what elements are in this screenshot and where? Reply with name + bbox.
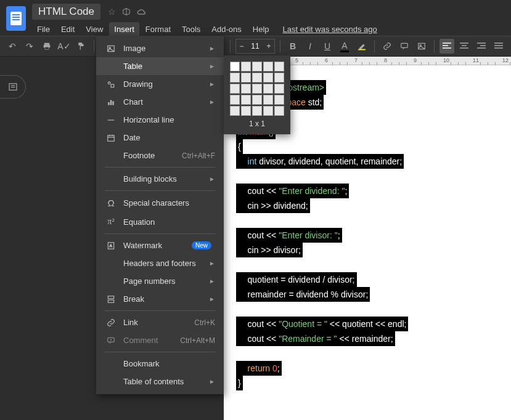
table-cell[interactable] bbox=[230, 84, 240, 94]
svg-rect-27 bbox=[108, 102, 109, 105]
insert-watermark[interactable]: AWatermarkNew bbox=[96, 236, 224, 254]
insert-footnote[interactable]: FootnoteCtrl+Alt+F bbox=[96, 147, 224, 164]
align-center-button[interactable] bbox=[457, 39, 472, 54]
table-cell[interactable] bbox=[263, 84, 273, 94]
chevron-right-icon: ► bbox=[209, 63, 215, 70]
align-right-button[interactable] bbox=[474, 39, 489, 54]
spellcheck-button[interactable]: A✓ bbox=[57, 39, 72, 54]
highlight-button[interactable] bbox=[354, 39, 369, 54]
table-cell[interactable] bbox=[263, 106, 273, 116]
font-size-decrease[interactable]: − bbox=[236, 39, 247, 53]
svg-text:A: A bbox=[110, 244, 112, 248]
table-cell[interactable] bbox=[274, 84, 284, 94]
insert-link[interactable]: LinkCtrl+K bbox=[96, 313, 224, 331]
table-cell[interactable] bbox=[241, 95, 251, 105]
insert-table[interactable]: Table► bbox=[96, 57, 224, 75]
toolbar: ↶ ↷ A✓ er ▾ − 11 + B I U A bbox=[0, 36, 511, 57]
table-cell[interactable] bbox=[241, 106, 251, 116]
font-size-value[interactable]: 11 bbox=[247, 42, 263, 50]
print-button[interactable] bbox=[39, 39, 54, 54]
chevron-right-icon: ► bbox=[209, 378, 215, 385]
image-icon bbox=[105, 44, 117, 53]
cloud-icon[interactable] bbox=[137, 8, 147, 15]
svg-rect-37 bbox=[108, 296, 113, 298]
table-size-picker: 1 x 1 bbox=[224, 55, 290, 134]
insert-bookmark[interactable]: Bookmark bbox=[96, 355, 224, 373]
svg-rect-26 bbox=[111, 84, 114, 87]
menu-edit[interactable]: Edit bbox=[56, 22, 80, 36]
chevron-right-icon: ► bbox=[209, 260, 215, 267]
table-cell[interactable] bbox=[241, 62, 251, 71]
table-cell[interactable] bbox=[274, 62, 284, 71]
svg-rect-31 bbox=[108, 135, 115, 140]
text-color-button[interactable]: A bbox=[337, 39, 352, 54]
redo-button[interactable]: ↷ bbox=[22, 39, 37, 54]
table-cell[interactable] bbox=[230, 73, 240, 83]
menu-tools[interactable]: Tools bbox=[177, 22, 205, 36]
font-size-increase[interactable]: + bbox=[263, 39, 274, 53]
menu-add-ons[interactable]: Add-ons bbox=[206, 22, 246, 36]
move-icon[interactable] bbox=[122, 7, 131, 16]
table-cell[interactable] bbox=[263, 62, 273, 71]
table-cell[interactable] bbox=[230, 62, 240, 71]
table-cell[interactable] bbox=[274, 73, 284, 83]
svg-rect-29 bbox=[112, 101, 113, 105]
comment-icon bbox=[105, 336, 117, 345]
insert-date[interactable]: Date bbox=[96, 129, 224, 147]
chart-icon bbox=[105, 98, 117, 107]
font-size-control: − 11 + bbox=[235, 39, 275, 54]
table-cell[interactable] bbox=[230, 95, 240, 105]
insert-headers-and-footers[interactable]: Headers and footers► bbox=[96, 254, 224, 272]
chevron-right-icon: ► bbox=[209, 278, 215, 285]
menu-format[interactable]: Format bbox=[141, 22, 176, 36]
insert-break[interactable]: Break► bbox=[96, 290, 224, 308]
last-edit-link[interactable]: Last edit was seconds ago bbox=[283, 25, 377, 34]
outline-toggle[interactable] bbox=[0, 75, 26, 99]
table-cell[interactable] bbox=[252, 106, 262, 116]
table-cell[interactable] bbox=[274, 95, 284, 105]
table-cell[interactable] bbox=[252, 62, 262, 71]
table-cell[interactable] bbox=[252, 84, 262, 94]
insert-drawing[interactable]: Drawing► bbox=[96, 75, 224, 93]
underline-button[interactable]: U bbox=[320, 39, 335, 54]
insert-image[interactable]: Image► bbox=[96, 39, 224, 57]
insert-link-button[interactable] bbox=[380, 39, 394, 54]
docs-logo[interactable] bbox=[6, 6, 26, 31]
menu-view[interactable]: View bbox=[81, 22, 108, 36]
align-justify-button[interactable] bbox=[491, 39, 506, 54]
table-cell[interactable] bbox=[230, 106, 240, 116]
insert-table-of-contents[interactable]: Table of contents► bbox=[96, 373, 224, 390]
bold-button[interactable]: B bbox=[285, 39, 300, 54]
table-cell[interactable] bbox=[241, 73, 251, 83]
star-icon[interactable]: ☆ bbox=[108, 7, 116, 17]
date-icon bbox=[105, 134, 117, 142]
align-left-button[interactable] bbox=[439, 39, 454, 54]
table-cell[interactable] bbox=[263, 73, 273, 83]
insert-special-characters[interactable]: ΩSpecial characters bbox=[96, 193, 224, 212]
paint-format-button[interactable] bbox=[74, 39, 89, 54]
menu-help[interactable]: Help bbox=[248, 22, 274, 36]
table-cell[interactable] bbox=[241, 84, 251, 94]
table-cell[interactable] bbox=[274, 106, 284, 116]
undo-button[interactable]: ↶ bbox=[5, 39, 20, 54]
menu-insert[interactable]: Insert bbox=[109, 22, 139, 36]
table-cell[interactable] bbox=[252, 95, 262, 105]
insert-building-blocks[interactable]: Building blocks► bbox=[96, 170, 224, 188]
insert-chart[interactable]: Chart► bbox=[96, 93, 224, 111]
menu-file[interactable]: File bbox=[32, 22, 55, 36]
table-cell[interactable] bbox=[252, 73, 262, 83]
svg-rect-5 bbox=[401, 43, 408, 47]
table-cell[interactable] bbox=[263, 95, 273, 105]
insert-equation[interactable]: π²Equation bbox=[96, 212, 224, 231]
chevron-right-icon: ► bbox=[209, 81, 215, 87]
insert-comment[interactable]: CommentCtrl+Alt+M bbox=[96, 331, 224, 349]
insert-page-numbers[interactable]: Page numbers► bbox=[96, 272, 224, 290]
insert-horizontal-line[interactable]: Horizontal line bbox=[96, 111, 224, 129]
italic-button[interactable]: I bbox=[303, 39, 317, 54]
document-title[interactable]: HTML Code bbox=[32, 4, 100, 20]
insert-image-button[interactable] bbox=[414, 39, 429, 54]
svg-rect-2 bbox=[45, 47, 49, 49]
add-comment-button[interactable] bbox=[397, 39, 412, 54]
break-icon bbox=[105, 295, 117, 304]
link-icon bbox=[105, 318, 117, 327]
